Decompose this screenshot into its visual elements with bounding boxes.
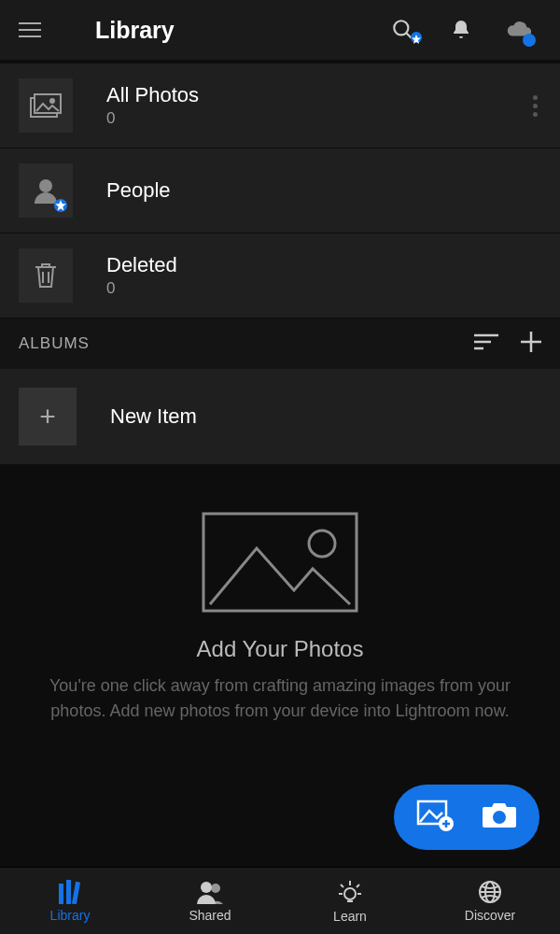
- app-header: Library: [0, 0, 560, 60]
- nav-discover-label: Discover: [465, 908, 515, 923]
- nav-learn-label: Learn: [333, 909, 367, 924]
- page-title: Library: [95, 17, 388, 44]
- sort-icon[interactable]: [474, 333, 498, 354]
- library-icon: [57, 880, 83, 904]
- search-badge-dot: [411, 32, 422, 43]
- trash-icon: [19, 248, 73, 303]
- svg-marker-2: [412, 35, 421, 44]
- new-item-label: New Item: [110, 404, 197, 429]
- svg-rect-15: [203, 514, 357, 611]
- svg-point-26: [211, 884, 220, 893]
- photo-stack-icon: [19, 78, 73, 133]
- nav-library-label: Library: [50, 908, 91, 923]
- bottom-nav: Library Shared Learn Discover: [0, 867, 560, 934]
- albums-section-header: ALBUMS: [0, 318, 560, 369]
- all-photos-text: All Photos 0: [106, 83, 199, 128]
- nav-learn[interactable]: Learn: [280, 868, 420, 934]
- shared-icon: [196, 880, 224, 904]
- new-item-button[interactable]: + New Item: [0, 369, 560, 464]
- people-text: People: [106, 178, 171, 203]
- svg-point-5: [50, 99, 54, 103]
- svg-point-27: [344, 888, 356, 899]
- svg-rect-23: [66, 880, 71, 904]
- globe-icon: [478, 880, 502, 904]
- all-photos-item[interactable]: All Photos 0: [0, 64, 560, 149]
- empty-state: Add Your Photos You're one click away fr…: [0, 464, 560, 743]
- svg-rect-24: [72, 881, 80, 903]
- svg-point-0: [394, 21, 408, 35]
- deleted-title: Deleted: [106, 253, 177, 277]
- people-title: People: [106, 178, 171, 203]
- deleted-text: Deleted 0: [106, 253, 177, 298]
- person-icon: [19, 163, 73, 218]
- all-photos-count: 0: [106, 109, 199, 128]
- plus-icon: +: [19, 388, 77, 446]
- empty-description: You're one click away from crafting amaz…: [28, 673, 532, 724]
- svg-point-6: [39, 179, 52, 192]
- lightbulb-icon: [337, 879, 363, 905]
- add-photos-fab[interactable]: [394, 785, 539, 850]
- svg-point-16: [309, 531, 335, 557]
- empty-photo-icon: [201, 511, 359, 617]
- camera-icon[interactable]: [482, 801, 517, 833]
- library-list: All Photos 0 People: [0, 64, 560, 318]
- cloud-sync-dot: [523, 34, 536, 47]
- svg-point-25: [201, 882, 212, 893]
- people-item[interactable]: People: [0, 149, 560, 234]
- search-icon[interactable]: [388, 15, 418, 45]
- header-actions: [388, 15, 549, 45]
- nav-shared[interactable]: Shared: [140, 868, 280, 934]
- people-badge-dot: [54, 199, 67, 212]
- deleted-count: 0: [106, 279, 177, 298]
- svg-line-31: [357, 884, 359, 887]
- albums-label: ALBUMS: [19, 334, 474, 353]
- nav-discover[interactable]: Discover: [420, 868, 560, 934]
- all-photos-title: All Photos: [106, 83, 199, 107]
- svg-rect-22: [59, 884, 63, 904]
- empty-title: Add Your Photos: [28, 636, 532, 662]
- svg-point-21: [493, 811, 506, 824]
- svg-marker-7: [55, 200, 66, 211]
- add-from-gallery-icon[interactable]: [416, 800, 454, 835]
- add-album-icon[interactable]: [521, 332, 541, 356]
- svg-line-30: [341, 884, 343, 887]
- more-options-icon[interactable]: [533, 95, 538, 117]
- cloud-icon[interactable]: [504, 15, 534, 45]
- albums-actions: [474, 332, 541, 356]
- bell-icon[interactable]: [446, 15, 476, 45]
- deleted-item[interactable]: Deleted 0: [0, 234, 560, 318]
- nav-library[interactable]: Library: [0, 868, 140, 934]
- hamburger-menu-icon[interactable]: [11, 11, 49, 49]
- nav-shared-label: Shared: [189, 908, 231, 923]
